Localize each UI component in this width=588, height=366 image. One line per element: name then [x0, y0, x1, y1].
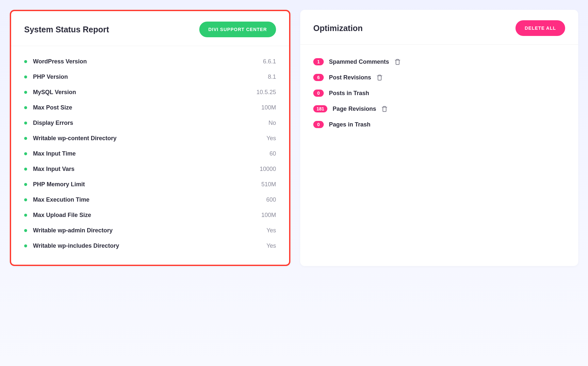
- status-value: 600: [266, 196, 276, 203]
- optimization-label: Pages in Trash: [329, 121, 370, 128]
- status-label: Max Execution Time: [33, 196, 266, 203]
- status-row: WordPress Version6.6.1: [24, 54, 276, 69]
- status-dot-icon: [24, 60, 27, 63]
- status-dot-icon: [24, 91, 27, 94]
- status-value: 10000: [260, 166, 276, 173]
- count-badge: 1: [313, 58, 324, 65]
- status-value: 100M: [261, 212, 276, 219]
- optimization-label: Post Revisions: [329, 74, 371, 81]
- status-dot-icon: [24, 152, 27, 155]
- optimization-row: 0 Posts in Trash: [313, 85, 565, 101]
- status-label: Writable wp-includes Directory: [33, 242, 267, 249]
- status-label: Writable wp-content Directory: [33, 135, 267, 142]
- status-value: 100M: [261, 104, 276, 111]
- status-row: Max Upload File Size100M: [24, 208, 276, 223]
- status-value: Yes: [267, 227, 276, 234]
- trash-icon[interactable]: [376, 74, 383, 81]
- status-dot-icon: [24, 106, 27, 109]
- trash-icon[interactable]: [394, 58, 401, 65]
- status-label: PHP Version: [33, 74, 268, 80]
- status-list: WordPress Version6.6.1 PHP Version8.1 My…: [11, 46, 289, 265]
- optimization-panel: Optimization DELETE ALL 1 Spammed Commen…: [300, 10, 578, 266]
- system-status-panel: System Status Report DIVI SUPPORT CENTER…: [10, 10, 290, 266]
- status-value: 10.5.25: [256, 89, 276, 96]
- optimization-title: Optimization: [313, 24, 363, 33]
- status-value: 510M: [261, 181, 276, 188]
- status-label: PHP Memory Limit: [33, 181, 261, 188]
- status-label: MySQL Version: [33, 89, 256, 96]
- trash-icon[interactable]: [381, 106, 388, 112]
- status-value: Yes: [267, 242, 276, 249]
- status-label: Writable wp-admin Directory: [33, 227, 267, 234]
- status-label: Max Input Vars: [33, 166, 260, 173]
- count-badge: 181: [313, 105, 327, 112]
- status-value: 60: [270, 150, 276, 157]
- status-label: WordPress Version: [33, 58, 263, 65]
- status-row: Max Input Time60: [24, 146, 276, 161]
- status-value: No: [269, 120, 276, 126]
- optimization-row: 181 Page Revisions: [313, 101, 565, 117]
- status-label: Display Errors: [33, 120, 269, 126]
- optimization-row: 6 Post Revisions: [313, 70, 565, 85]
- system-status-title: System Status Report: [24, 25, 109, 34]
- status-row: Max Input Vars10000: [24, 161, 276, 177]
- status-dot-icon: [24, 198, 27, 201]
- status-dot-icon: [24, 183, 27, 186]
- count-badge: 6: [313, 74, 324, 81]
- status-row: Display ErrorsNo: [24, 115, 276, 131]
- status-value: 8.1: [268, 74, 276, 80]
- divi-support-center-button[interactable]: DIVI SUPPORT CENTER: [199, 22, 276, 37]
- optimization-row: 0 Pages in Trash: [313, 117, 565, 132]
- status-dot-icon: [24, 244, 27, 247]
- status-dot-icon: [24, 122, 27, 125]
- system-status-header: System Status Report DIVI SUPPORT CENTER: [11, 11, 289, 46]
- status-row: PHP Memory Limit510M: [24, 177, 276, 192]
- status-row: Max Execution Time600: [24, 192, 276, 208]
- status-dot-icon: [24, 168, 27, 171]
- status-row: PHP Version8.1: [24, 69, 276, 85]
- optimization-label: Spammed Comments: [329, 58, 389, 65]
- delete-all-button[interactable]: DELETE ALL: [515, 20, 565, 36]
- status-row: Writable wp-includes DirectoryYes: [24, 238, 276, 254]
- count-badge: 0: [313, 90, 324, 97]
- status-label: Max Post Size: [33, 104, 261, 111]
- optimization-header: Optimization DELETE ALL: [300, 10, 578, 45]
- status-dot-icon: [24, 75, 27, 78]
- status-row: MySQL Version10.5.25: [24, 85, 276, 100]
- status-row: Writable wp-content DirectoryYes: [24, 131, 276, 146]
- status-value: 6.6.1: [263, 58, 276, 65]
- status-value: Yes: [267, 135, 276, 142]
- status-row: Writable wp-admin DirectoryYes: [24, 223, 276, 238]
- optimization-label: Page Revisions: [333, 106, 376, 112]
- status-label: Max Input Time: [33, 150, 270, 157]
- status-dot-icon: [24, 137, 27, 140]
- optimization-list: 1 Spammed Comments 6 Post Revisions 0 Po…: [300, 45, 578, 141]
- count-badge: 0: [313, 121, 324, 128]
- status-dot-icon: [24, 214, 27, 217]
- status-row: Max Post Size100M: [24, 100, 276, 115]
- status-label: Max Upload File Size: [33, 212, 261, 219]
- optimization-row: 1 Spammed Comments: [313, 54, 565, 70]
- status-dot-icon: [24, 229, 27, 232]
- optimization-label: Posts in Trash: [329, 90, 369, 97]
